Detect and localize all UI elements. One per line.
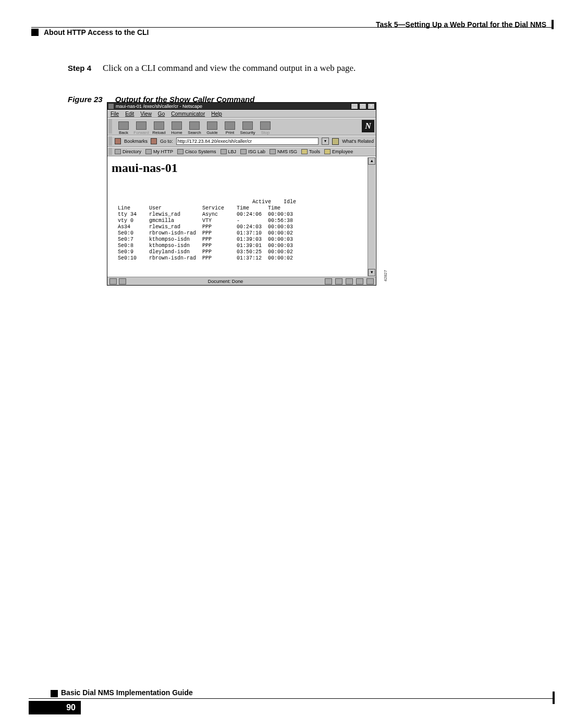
- back-icon: [118, 121, 129, 130]
- figure-label: Figure 23: [68, 95, 103, 104]
- url-input[interactable]: http://172.23.84.20/exec/sh/caller/cr: [176, 138, 319, 145]
- footer-end-bar: [553, 692, 555, 704]
- figure-image: maui-nas-01 /exec/sh/caller/cr - Netscap…: [107, 102, 381, 286]
- browser-window: maui-nas-01 /exec/sh/caller/cr - Netscap…: [107, 102, 376, 286]
- link-icon: [145, 149, 152, 154]
- search-button[interactable]: Search: [186, 121, 203, 135]
- pt-tools[interactable]: Tools: [301, 149, 320, 154]
- pt-employee[interactable]: Employee: [324, 149, 353, 154]
- section-title: About HTTP Access to the CLI: [31, 28, 149, 36]
- maximize-button[interactable]: □: [359, 103, 366, 109]
- whats-related-label[interactable]: What's Related: [342, 139, 374, 144]
- component-icon[interactable]: [356, 278, 363, 285]
- component-icon[interactable]: [335, 278, 342, 285]
- menu-help[interactable]: Help: [211, 111, 222, 117]
- pt-lbj[interactable]: LBJ: [221, 149, 237, 154]
- footer-rule: [29, 698, 555, 699]
- forward-icon: [136, 121, 146, 130]
- status-icon: [109, 278, 117, 285]
- folder-icon: [324, 149, 331, 154]
- figure-ref-number: 42827: [383, 270, 388, 281]
- status-bar: Document: Done: [107, 277, 376, 285]
- location-bar: Bookmarks Go to: http://172.23.84.20/exe…: [107, 135, 376, 147]
- menu-file[interactable]: File: [111, 111, 119, 117]
- page-heading: maui-nas-01: [112, 161, 372, 175]
- browser-viewport: maui-nas-01 Active Idle Line User Servic…: [107, 156, 376, 277]
- bookmarks-icon[interactable]: [115, 138, 121, 144]
- component-icon[interactable]: [346, 278, 353, 285]
- pt-directory[interactable]: Directory: [115, 149, 141, 154]
- search-icon: [189, 121, 200, 130]
- minimize-button[interactable]: _: [351, 103, 358, 109]
- document-page: Task 5—Setting Up a Web Portal for the D…: [0, 0, 563, 728]
- app-icon: [108, 104, 114, 109]
- scroll-down-button[interactable]: ▾: [368, 269, 375, 276]
- step-text: Click on a CLI command and view the comm…: [103, 63, 356, 74]
- link-icon: [221, 149, 227, 154]
- guide-icon: [207, 121, 217, 130]
- status-icon: [119, 278, 126, 285]
- ptbar-grip[interactable]: [108, 148, 112, 155]
- component-icon[interactable]: [325, 278, 332, 285]
- netscape-logo-icon: N: [362, 120, 374, 132]
- stop-icon: [260, 121, 271, 130]
- pt-myhttp[interactable]: My HTTP: [145, 149, 173, 154]
- menu-communicator[interactable]: Communicator: [171, 111, 205, 117]
- guide-button[interactable]: Guide: [203, 121, 221, 135]
- cli-output: Active Idle Line User Service Time Time …: [112, 199, 372, 262]
- window-title: maui-nas-01 /exec/sh/caller/cr - Netscap…: [116, 104, 202, 109]
- component-icon[interactable]: [366, 278, 374, 285]
- stop-button[interactable]: Stop: [256, 121, 274, 135]
- toolbar-grip[interactable]: [108, 119, 112, 134]
- folder-icon: [301, 149, 308, 154]
- home-button[interactable]: Home: [168, 121, 186, 135]
- goto-label: Go to:: [160, 139, 173, 144]
- security-button[interactable]: Security: [239, 121, 256, 135]
- security-icon: [242, 121, 253, 130]
- menu-view[interactable]: View: [140, 111, 152, 117]
- reload-icon: [154, 121, 164, 130]
- pt-isglab[interactable]: ISG Lab: [240, 149, 265, 154]
- link-icon: [177, 149, 183, 154]
- step-label: Step 4: [68, 63, 91, 74]
- window-titlebar[interactable]: maui-nas-01 /exec/sh/caller/cr - Netscap…: [107, 103, 376, 110]
- scroll-up-button[interactable]: ▴: [368, 157, 375, 165]
- book-title: Basic Dial NMS Implementation Guide: [61, 688, 193, 697]
- whats-related-icon[interactable]: [332, 138, 339, 145]
- pt-nmsisg[interactable]: NMS ISG: [270, 149, 297, 154]
- print-icon: [225, 121, 235, 130]
- bookmarks-label[interactable]: Bookmarks: [124, 139, 148, 144]
- forward-button[interactable]: Forward: [132, 121, 150, 135]
- personal-toolbar: Directory My HTTP Cisco Systems LBJ ISG …: [107, 147, 376, 156]
- goto-icon: [151, 138, 157, 144]
- body: Step 4 Click on a CLI command and view t…: [68, 63, 506, 104]
- url-dropdown-button[interactable]: ▾: [322, 138, 329, 145]
- reload-button[interactable]: Reload: [150, 121, 168, 135]
- close-button[interactable]: ×: [368, 103, 375, 109]
- menu-go[interactable]: Go: [158, 111, 165, 117]
- link-icon: [270, 149, 276, 154]
- chapter-title: Task 5—Setting Up a Web Portal for the D…: [376, 20, 554, 29]
- print-button[interactable]: Print: [221, 121, 239, 135]
- home-icon: [172, 121, 182, 130]
- step-row: Step 4 Click on a CLI command and view t…: [68, 63, 506, 74]
- menu-bar: File Edit View Go Communicator Help: [107, 110, 376, 118]
- link-icon: [240, 149, 247, 154]
- scrollbar[interactable]: ▴ ▾: [368, 157, 375, 276]
- pt-cisco[interactable]: Cisco Systems: [177, 149, 216, 154]
- link-icon: [115, 149, 121, 154]
- locbar-grip[interactable]: [108, 137, 112, 146]
- page-number: 90: [29, 701, 81, 714]
- back-button[interactable]: Back: [115, 121, 132, 135]
- nav-toolbar: Back Forward Reload Home Search Guide Pr…: [107, 118, 376, 135]
- footer-square-icon: [51, 690, 58, 697]
- status-text: Document: Done: [126, 279, 325, 284]
- menu-edit[interactable]: Edit: [125, 111, 134, 117]
